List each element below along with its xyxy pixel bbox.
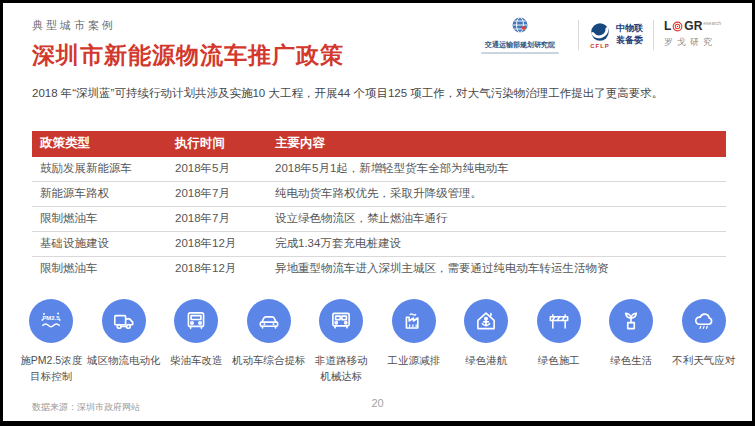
cell-policy-type: 限制燃油车 [32,257,167,282]
cflp-line2: 装备委 [616,35,643,47]
nonroad-machinery-icon [319,299,363,343]
cflp-abbr: CFLP [590,43,610,49]
measure-nonroad: 非道路移动 机械达标 [305,299,378,385]
logr-suffix: esearch [703,21,721,26]
measure-pm25: PM2.5 施PM2.5浓度 目标控制 [15,299,88,385]
measure-weather: 不利天气应对 [668,299,741,385]
page-title: 深圳市新能源物流车推广政策 [32,40,344,71]
logr-letters-gr: GR [684,20,702,32]
measure-label: 施PM2.5浓度 目标控制 [20,352,82,385]
table-row: 限制燃油车 2018年7月 设立绿色物流区，禁止燃油车通行 [32,207,726,232]
cflp-text: 中物联 装备委 [616,23,643,46]
slide: 典型城市案例 交通运输部规划研究院 [3,3,752,421]
svg-text:PM2.5: PM2.5 [43,315,61,321]
logo-divider [653,20,654,50]
diesel-retrofit-icon [174,299,218,343]
measure-label: 城区物流电动化 [87,352,161,368]
logr-letter-l: L [664,20,671,32]
cell-main-content: 完成1.34万套充电桩建设 [267,232,726,257]
logo-logr: L GR esearch 罗戈研究 [664,20,738,49]
page-number: 20 [3,397,752,409]
globe-icon [510,15,530,39]
green-port-icon [464,299,508,343]
cell-policy-type: 基础设施建设 [32,232,167,257]
measure-label: 绿色港航 [465,352,507,368]
cell-main-content: 异地重型物流车进入深圳主城区，需要通过纯电动车转运生活物资 [267,257,726,282]
measure-urban-logistics: 城区物流电动化 [88,299,161,385]
cell-policy-type: 鼓励发展新能源车 [32,157,167,182]
cell-exec-time: 2018年7月 [167,182,267,207]
green-construction-icon [537,299,581,343]
table-row: 新能源车路权 2018年7月 纯电动货车路权优先，采取升降级管理。 [32,182,726,207]
measure-green-construction: 绿色施工 [523,299,596,385]
eyebrow-label: 典型城市案例 [32,18,116,33]
measure-label: 机动车综合提标 [232,352,306,368]
measure-vehicle-standard: 机动车综合提标 [233,299,306,385]
table-row: 鼓励发展新能源车 2018年5月 2018年5月1起，新增轻型货车全部为纯电动车 [32,157,726,182]
cell-exec-time: 2018年5月 [167,157,267,182]
measure-diesel: 柴油车改造 [160,299,233,385]
cell-exec-time: 2018年12月 [167,257,267,282]
logo-transport-institute: 交通运输部规划研究院 [472,15,568,54]
cell-exec-time: 2018年7月 [167,207,267,232]
measure-label: 工业源减排 [388,352,441,368]
header-exec-time: 执行时间 [167,131,267,157]
table-row: 限制燃油车 2018年12月 异地重型物流车进入深圳主城区，需要通过纯电动车转运… [32,257,726,282]
green-life-icon [609,299,653,343]
institute-logo-label: 交通运输部规划研究院 [485,40,555,50]
logo-divider [578,20,579,50]
cell-exec-time: 2018年12月 [167,232,267,257]
institute-logo-subline [481,52,559,54]
cell-main-content: 纯电动货车路权优先，采取升降级管理。 [267,182,726,207]
intro-paragraph: 2018 年“深圳蓝”可持续行动计划共涉及实施10 大工程，开展44 个项目12… [32,85,732,102]
header-main-content: 主要内容 [267,131,726,157]
vehicle-standard-icon [247,299,291,343]
adverse-weather-icon [682,299,726,343]
cell-main-content: 2018年5月1起，新增轻型货车全部为纯电动车 [267,157,726,182]
cell-policy-type: 新能源车路权 [32,182,167,207]
table-header-row: 政策类型 执行时间 主要内容 [32,131,726,157]
cflp-line1: 中物联 [616,23,643,35]
measure-label: 柴油车改造 [170,352,223,368]
measure-industry: 工业源减排 [378,299,451,385]
measures-icons-row: PM2.5 施PM2.5浓度 目标控制 [15,299,740,385]
cflp-globe-icon: CFLP [589,21,611,49]
urban-logistics-electric-icon [102,299,146,343]
industry-emission-icon [392,299,436,343]
logr-wordmark: L GR esearch [664,20,721,32]
pm25-target-icon: PM2.5 [29,299,73,343]
measure-label: 非道路移动 机械达标 [315,352,368,385]
measure-label: 绿色生活 [610,352,652,368]
measure-green-life: 绿色生活 [595,299,668,385]
slide-frame: 典型城市案例 交通运输部规划研究院 [0,0,755,426]
logr-label: 罗戈研究 [664,36,716,49]
target-icon [672,21,683,32]
measure-green-port: 绿色港航 [450,299,523,385]
logo-cflp: CFLP 中物联 装备委 [589,21,643,49]
header-policy-type: 政策类型 [32,131,167,157]
policy-table: 政策类型 执行时间 主要内容 鼓励发展新能源车 2018年5月 2018年5月1… [32,131,726,281]
table-row: 基础设施建设 2018年12月 完成1.34万套充电桩建设 [32,232,726,257]
cell-main-content: 设立绿色物流区，禁止燃油车通行 [267,207,726,232]
measure-label: 不利天气应对 [672,352,735,368]
cell-policy-type: 限制燃油车 [32,207,167,232]
header-logos: 交通运输部规划研究院 CFLP 中物联 装备委 [472,15,738,54]
measure-label: 绿色施工 [538,352,580,368]
